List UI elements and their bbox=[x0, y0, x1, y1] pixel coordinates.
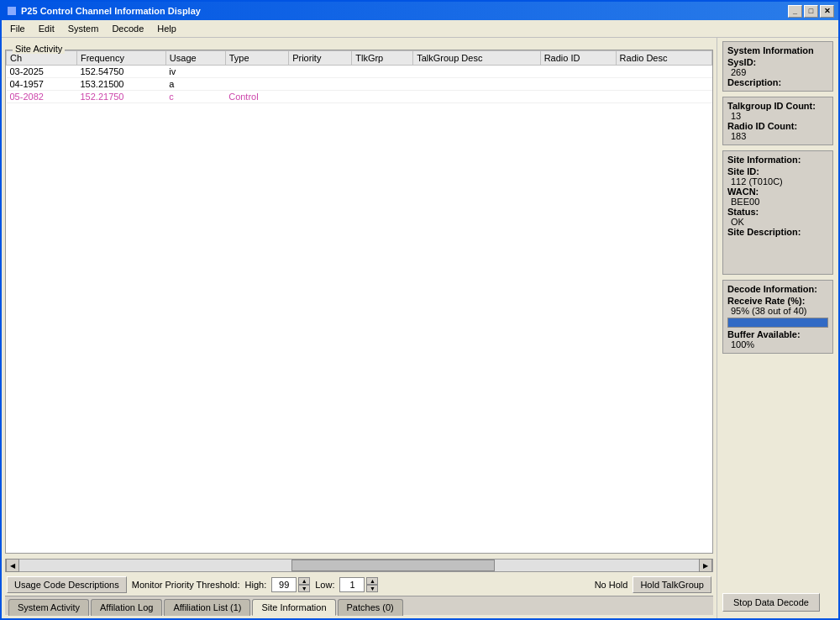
cell-ch: 05-2082 bbox=[7, 91, 77, 103]
high-spinner: 99 ▲ ▼ bbox=[271, 577, 310, 592]
monitor-priority-label: Monitor Priority Threshold: bbox=[132, 580, 240, 590]
cell-radio_desc bbox=[616, 78, 711, 91]
progress-segment bbox=[736, 318, 743, 327]
progress-bar-fill bbox=[728, 318, 827, 327]
right-panel: System Information SysID: 269 Descriptio… bbox=[717, 38, 838, 618]
table-row[interactable]: 05-2082152.21750cControl bbox=[7, 91, 712, 103]
decode-info-section: Decode Information: Receive Rate (%): 95… bbox=[722, 280, 833, 354]
status-value: OK bbox=[727, 217, 828, 227]
no-hold-label: No Hold bbox=[595, 580, 628, 590]
cell-priority bbox=[289, 91, 352, 103]
cell-radio_id bbox=[540, 78, 616, 91]
tab-system-activity[interactable]: System Activity bbox=[8, 599, 89, 616]
col-frequency: Frequency bbox=[76, 51, 165, 66]
menu-edit[interactable]: Edit bbox=[32, 22, 61, 35]
site-info-section: Site Information: Site ID: 112 (T010C) W… bbox=[722, 150, 833, 275]
cell-ch: 04-1957 bbox=[7, 78, 77, 91]
talkgroup-id-count-value: 13 bbox=[727, 111, 828, 121]
left-panel: Site Activity Ch Frequency Usage Type Pr… bbox=[2, 38, 717, 618]
window-title: P25 Control Channel Information Display bbox=[21, 6, 201, 16]
hold-talkgroup-button[interactable]: Hold TalkGroup bbox=[633, 576, 711, 593]
site-description-value bbox=[727, 237, 828, 271]
col-radio-desc: Radio Desc bbox=[616, 51, 711, 66]
tab-patches[interactable]: Patches (0) bbox=[338, 599, 403, 616]
col-tlkgrp: TlkGrp bbox=[352, 51, 413, 66]
cell-tlkgrp bbox=[352, 91, 413, 103]
table-wrapper[interactable]: Ch Frequency Usage Type Priority TlkGrp … bbox=[6, 50, 712, 553]
bottom-controls: Usage Code Descriptions Monitor Priority… bbox=[5, 574, 713, 596]
progress-segment bbox=[781, 318, 788, 327]
table-row[interactable]: 03-2025152.54750iv bbox=[7, 66, 712, 78]
talkgroup-section: Talkgroup ID Count: 13 Radio ID Count: 1… bbox=[722, 97, 833, 145]
low-up-arrow[interactable]: ▲ bbox=[366, 577, 378, 585]
system-info-section: System Information SysID: 269 Descriptio… bbox=[722, 41, 833, 92]
high-down-arrow[interactable]: ▼ bbox=[298, 585, 310, 592]
table-row[interactable]: 04-1957153.21500a bbox=[7, 78, 712, 91]
menu-help[interactable]: Help bbox=[150, 22, 183, 35]
sysid-label: SysID: bbox=[727, 57, 828, 67]
high-label: High: bbox=[245, 580, 267, 590]
title-buttons: _ □ ✕ bbox=[788, 5, 834, 18]
cell-priority bbox=[289, 78, 352, 91]
radio-id-count-label: Radio ID Count: bbox=[727, 121, 828, 131]
horizontal-scrollbar[interactable]: ◀ ▶ bbox=[5, 559, 713, 572]
title-bar-left: P25 Control Channel Information Display bbox=[6, 5, 201, 17]
menu-file[interactable]: File bbox=[3, 22, 32, 35]
cell-radio_desc bbox=[616, 66, 711, 78]
high-up-arrow[interactable]: ▲ bbox=[298, 577, 310, 585]
site-info-title: Site Information: bbox=[727, 155, 828, 165]
site-id-value: 112 (T010C) bbox=[727, 176, 828, 187]
cell-usage: c bbox=[165, 91, 225, 103]
cell-frequency: 152.54750 bbox=[76, 66, 165, 78]
scroll-left-arrow[interactable]: ◀ bbox=[6, 559, 19, 572]
high-input[interactable]: 99 bbox=[271, 577, 297, 592]
low-down-arrow[interactable]: ▼ bbox=[366, 585, 378, 592]
cell-frequency: 153.21500 bbox=[76, 78, 165, 91]
menu-decode[interactable]: Decode bbox=[105, 22, 150, 35]
progress-segment bbox=[751, 318, 758, 327]
minimize-button[interactable]: _ bbox=[788, 5, 802, 18]
group-box-title: Site Activity bbox=[13, 44, 65, 54]
system-info-title: System Information bbox=[727, 45, 828, 55]
svg-rect-0 bbox=[8, 7, 16, 15]
cell-type: Control bbox=[225, 91, 288, 103]
progress-segment bbox=[728, 318, 735, 327]
scroll-thumb[interactable] bbox=[291, 560, 496, 571]
cell-usage: a bbox=[165, 78, 225, 91]
wacn-label: WACN: bbox=[727, 187, 828, 197]
col-talkgroup-desc: TalkGroup Desc bbox=[413, 51, 541, 66]
cell-type bbox=[225, 66, 288, 78]
low-label: Low: bbox=[315, 580, 334, 590]
main-content: Site Activity Ch Frequency Usage Type Pr… bbox=[2, 38, 838, 618]
col-usage: Usage bbox=[165, 51, 225, 66]
receive-rate-value: 95% (38 out of 40) bbox=[727, 306, 828, 316]
tab-affilation-log[interactable]: Affilation Log bbox=[91, 599, 162, 616]
menu-bar: File Edit System Decode Help bbox=[2, 20, 838, 38]
progress-bar bbox=[727, 318, 828, 328]
sysid-value: 269 bbox=[727, 67, 828, 77]
scroll-track[interactable] bbox=[19, 560, 699, 571]
maximize-button[interactable]: □ bbox=[804, 5, 818, 18]
cell-frequency: 152.21750 bbox=[76, 91, 165, 103]
low-input[interactable]: 1 bbox=[339, 577, 365, 592]
stop-data-decode-button[interactable]: Stop Data Decode bbox=[722, 593, 820, 612]
tab-site-information[interactable]: Site Information bbox=[252, 599, 335, 616]
window-icon bbox=[6, 5, 18, 17]
close-button[interactable]: ✕ bbox=[820, 5, 834, 18]
cell-tlkgrp bbox=[352, 78, 413, 91]
col-type: Type bbox=[225, 51, 288, 66]
high-arrows: ▲ ▼ bbox=[298, 577, 310, 592]
cell-tlkgrp bbox=[352, 66, 413, 78]
progress-segment bbox=[774, 318, 780, 327]
col-priority: Priority bbox=[289, 51, 352, 66]
tabs-row: System Activity Affilation Log Affiliati… bbox=[5, 596, 713, 615]
low-spinner: 1 ▲ ▼ bbox=[339, 577, 378, 592]
usage-code-button[interactable]: Usage Code Descriptions bbox=[7, 576, 127, 593]
scroll-right-arrow[interactable]: ▶ bbox=[699, 559, 712, 572]
tab-affiliation-list[interactable]: Affiliation List (1) bbox=[164, 599, 250, 616]
receive-rate-label: Receive Rate (%): bbox=[727, 296, 828, 306]
menu-system[interactable]: System bbox=[61, 22, 106, 35]
cell-radio_id bbox=[540, 91, 616, 103]
progress-segment bbox=[759, 318, 765, 327]
low-arrows: ▲ ▼ bbox=[366, 577, 378, 592]
